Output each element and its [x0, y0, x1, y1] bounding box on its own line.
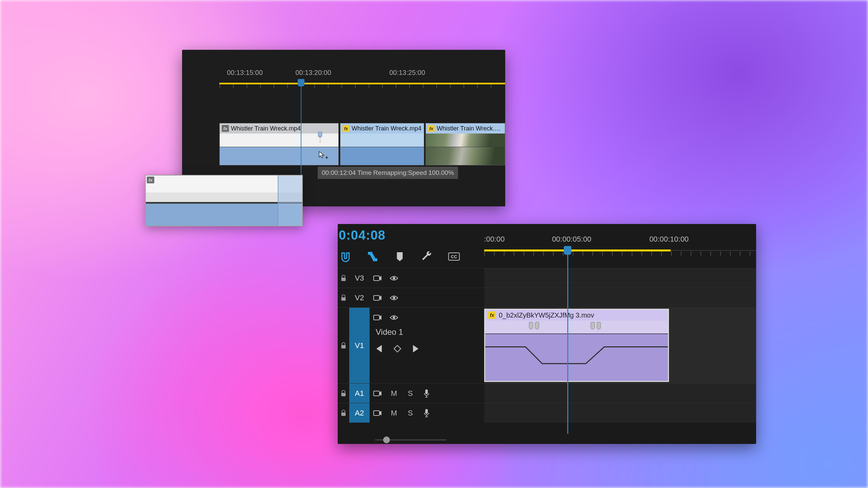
track-output-icon[interactable] — [370, 288, 386, 307]
svg-rect-5 — [374, 276, 379, 281]
svg-rect-4 — [341, 278, 346, 281]
playhead-knob[interactable] — [298, 79, 304, 86]
svg-rect-7 — [341, 297, 346, 301]
fx-badge-icon: fx — [222, 125, 229, 132]
clip-label: 0_b2xlZyBkYW5jZXJfMg 3.mov — [499, 311, 594, 319]
clip-whistler-3[interactable]: fx Whistler Train Wreck.mp4 — [426, 123, 505, 165]
clip-purple[interactable]: fx 0_b2xlZyBkYW5jZXJfMg 3.mov — [484, 309, 669, 382]
track-output-icon[interactable] — [370, 403, 386, 423]
marker-button[interactable] — [393, 250, 407, 263]
lock-icon[interactable] — [338, 268, 349, 288]
prev-keyframe-button[interactable] — [376, 345, 382, 352]
time-remap-tooltip: 00:00:12:04 Time Remapping:Speed 100.00% — [318, 167, 458, 179]
solo-button[interactable]: S — [402, 403, 418, 423]
next-keyframe-button[interactable] — [413, 345, 418, 352]
lock-icon[interactable] — [338, 288, 349, 307]
track-id[interactable]: A2 — [349, 403, 370, 423]
work-area-rail — [671, 250, 756, 251]
clip-whistler-1[interactable]: fx Whistler Train Wreck.mp4 ⋮ — [219, 123, 339, 165]
lock-icon[interactable] — [338, 308, 349, 383]
svg-point-12 — [393, 316, 395, 319]
track-header-v1[interactable]: V1 Video 1 — [338, 307, 484, 383]
track-lane-a2[interactable] — [484, 403, 756, 423]
ruler-timecode: 00:00:10:00 — [649, 235, 689, 244]
fx-badge-icon: fx — [428, 125, 435, 132]
track-id[interactable]: V2 — [349, 288, 370, 307]
ruler-ticks — [484, 251, 756, 259]
mute-button[interactable]: M — [386, 403, 402, 423]
track-output-icon[interactable] — [370, 308, 386, 327]
track-output-icon[interactable] — [370, 268, 386, 288]
svg-rect-18 — [425, 409, 428, 413]
ruler-timecode: 00:13:15:00 — [227, 69, 263, 77]
floating-clip-fragment[interactable]: fx — [145, 175, 303, 226]
speed-keyframe-pair[interactable] — [590, 321, 601, 330]
svg-rect-16 — [341, 412, 346, 416]
clip-label: Whistler Train Wreck.mp4 — [231, 125, 301, 132]
mouse-cursor-icon: + — [318, 151, 326, 158]
zoom-slider[interactable] — [375, 439, 446, 441]
add-keyframe-button[interactable] — [394, 345, 401, 353]
time-ruler[interactable]: 00:13:15:00 00:13:20:00 00:13:25:00 — [182, 63, 505, 84]
track-name-label: Video 1 — [370, 327, 484, 337]
clip-label: Whistler Train Wreck.mp4 — [352, 125, 421, 132]
speed-ramp-line[interactable] — [485, 333, 668, 382]
current-timecode[interactable]: 0:04:08 — [339, 228, 386, 243]
track-id[interactable]: A1 — [349, 384, 370, 403]
track-lane-v2[interactable] — [484, 288, 756, 307]
cursor-plus-icon: + — [325, 155, 328, 161]
speed-keyframe-pair[interactable] — [528, 321, 540, 330]
ruler-ticks — [182, 84, 505, 90]
keyframe-drag-dots-icon: ⋮ — [317, 138, 323, 141]
svg-rect-10 — [341, 345, 346, 348]
clip-selection-handle[interactable] — [278, 176, 302, 226]
track-header-a1[interactable]: A1 M S — [338, 383, 484, 403]
visibility-eye-icon[interactable] — [386, 308, 402, 327]
ruler-timecode: 00:00:05:00 — [552, 235, 591, 244]
mute-button[interactable]: M — [386, 384, 402, 403]
track-header-a2[interactable]: A2 M S — [338, 403, 484, 423]
svg-rect-8 — [374, 296, 379, 300]
track-lane-a1[interactable] — [484, 383, 756, 403]
ruler-timecode: :00:00 — [484, 235, 505, 244]
zoom-slider-knob[interactable] — [383, 436, 390, 443]
svg-point-6 — [393, 277, 395, 279]
voiceover-mic-icon[interactable] — [418, 384, 435, 403]
svg-rect-13 — [341, 393, 346, 396]
svg-rect-11 — [374, 315, 379, 320]
playhead-line[interactable] — [567, 251, 568, 434]
captions-button[interactable]: CC — [447, 250, 461, 263]
voiceover-mic-icon[interactable] — [418, 403, 435, 423]
lock-icon[interactable] — [338, 384, 349, 403]
track-id[interactable]: V1 — [349, 308, 370, 383]
svg-rect-17 — [374, 411, 379, 415]
playhead-knob[interactable] — [564, 246, 571, 255]
svg-rect-1 — [373, 258, 377, 261]
timeline-toolbar: CC — [339, 247, 461, 266]
fx-badge-icon: fx — [342, 125, 350, 132]
snap-toggle-button[interactable] — [339, 250, 352, 263]
track-id[interactable]: V3 — [349, 268, 370, 288]
ruler-timecode: 00:13:25:00 — [389, 69, 425, 77]
lock-icon[interactable] — [338, 403, 349, 423]
bottom-timeline-panel: 0:04:08 CC :00:00 00:00:05:00 00:00:10:0… — [338, 224, 756, 444]
solo-button[interactable]: S — [402, 384, 418, 403]
track-header-v3[interactable]: V3 — [338, 268, 484, 288]
visibility-eye-icon[interactable] — [386, 268, 402, 288]
visibility-eye-icon[interactable] — [386, 288, 402, 307]
time-ruler[interactable]: :00:00 00:00:05:00 00:00:10:00 — [484, 224, 756, 249]
keyframe-nav — [370, 337, 484, 352]
track-output-icon[interactable] — [370, 384, 386, 403]
svg-rect-15 — [425, 389, 428, 394]
clip-label: Whistler Train Wreck.mp4 — [437, 125, 503, 132]
clip-whistler-2[interactable]: fx Whistler Train Wreck.mp4 — [340, 123, 424, 165]
svg-rect-14 — [374, 391, 379, 396]
fx-badge-icon: fx — [488, 311, 496, 319]
svg-point-9 — [393, 297, 395, 299]
svg-text:CC: CC — [451, 254, 457, 259]
track-header-v2[interactable]: V2 — [338, 288, 484, 307]
track-lane-v3[interactable] — [484, 268, 756, 288]
settings-wrench-button[interactable] — [420, 250, 434, 263]
ruler-timecode: 00:13:20:00 — [295, 69, 331, 77]
linked-selection-button[interactable] — [366, 250, 379, 263]
